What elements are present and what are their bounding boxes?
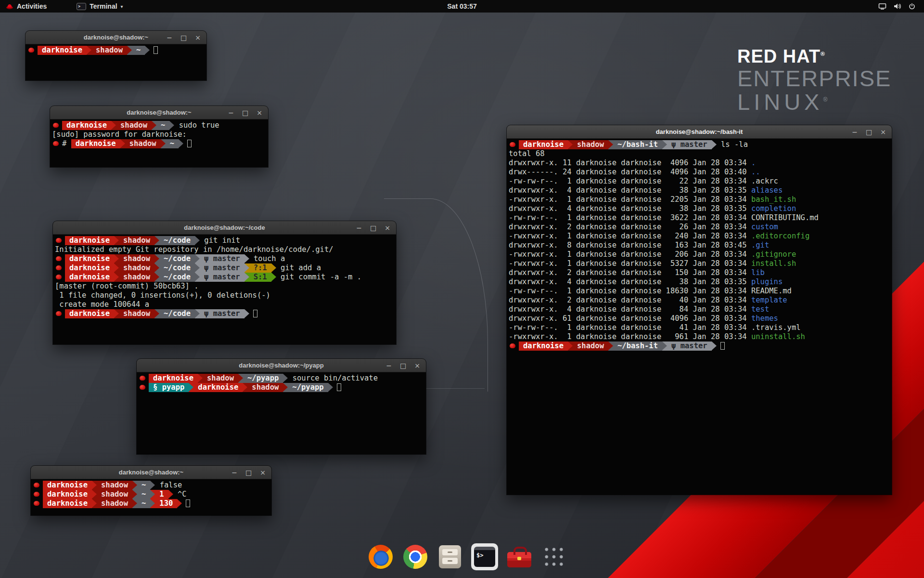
terminal-text: ls -la [717,140,748,149]
powerline-arrow-icon [132,481,137,490]
window-titlebar[interactable]: darknoise@shadow:~/bash-it − □ × [507,125,892,139]
dock-terminal[interactable]: $> [471,543,498,570]
powerline-arrow-icon [177,499,182,508]
maximize-button[interactable]: □ [180,34,187,41]
redhat-prompt-icon [34,483,39,487]
dock-chrome[interactable] [402,543,429,570]
window-titlebar[interactable]: darknoise@shadow:~ − □ × [26,31,206,44]
clock[interactable]: Sat 03:57 [447,2,476,10]
executable-name: .gitignore [751,250,796,259]
window-controls: − □ × [231,466,266,479]
prompt-segment-user: darknoise [65,254,114,263]
prompt-segment-user: darknoise [193,383,243,392]
close-button[interactable]: × [257,109,262,116]
maximize-button[interactable]: □ [866,129,872,135]
redhat-prompt-icon [53,123,59,128]
close-button[interactable]: × [195,34,201,41]
powerline-arrow-icon [145,46,150,55]
dock-files[interactable] [436,543,463,570]
executable-name: bash_it.sh [751,195,796,204]
terminal-line: darknoiseshadow~/codemaster touch a [55,254,395,263]
powerline-arrow-icon [154,254,159,263]
terminal-text: -rw-rw-r--. 1 darknoise darknoise 18630 … [509,287,792,295]
terminal-line: total 68 [509,149,890,158]
terminal-line: drwxrwxr-x. 11 darknoise darknoise 4096 … [509,158,890,168]
powerline-arrow-icon [568,342,573,351]
powerline-arrow-icon [154,263,159,273]
minimize-button[interactable]: − [386,362,392,369]
prompt-segment-user: darknoise [43,481,92,490]
terminal-line: darknoiseshadow~1 ^C [33,490,270,499]
minimize-button[interactable]: − [356,224,362,231]
close-button[interactable]: × [880,129,886,135]
prompt-segment-host: shadow [119,254,154,263]
app-menu-terminal[interactable]: > Terminal ▾ [71,0,128,13]
window-titlebar[interactable]: darknoise@shadow:~ − □ × [50,106,268,119]
terminal-line: drwxrwxr-x. 8 darknoise darknoise 163 Ja… [509,241,890,250]
terminal-cursor [720,342,725,350]
prompt-segment-host: shadow [97,499,132,508]
prompt-segment-host: shadow [119,263,154,273]
powerline-arrow-icon [712,140,717,149]
prompt-segment-user: darknoise [71,139,120,148]
terminal-window-home-1: darknoise@shadow:~ − □ × darknoiseshadow… [26,31,206,80]
prompt-segment-host: shadow [116,121,152,130]
powerline-arrow-icon [87,46,91,55]
prompt-segment-host: shadow [573,342,608,351]
maximize-button[interactable]: □ [400,362,406,369]
maximize-button[interactable]: □ [242,109,248,116]
close-button[interactable]: × [385,224,390,231]
minimize-button[interactable]: − [231,469,237,476]
app-menu-label: Terminal [90,2,117,10]
minimize-button[interactable]: − [167,34,172,41]
window-titlebar[interactable]: darknoise@shadow:~ − □ × [31,466,271,479]
terminal-text: drwxrwxr-x. 2 darknoise darknoise 26 Jan… [509,223,751,231]
terminal-content[interactable]: darknoiseshadow~ [26,44,206,55]
power-icon[interactable] [909,3,915,10]
prompt-segment-host: shadow [247,383,283,392]
redhat-prompt-icon [34,492,39,497]
rhel-logo-enterprise: ENTERPRISE [737,66,891,90]
terminal-window-pyapp: darknoise@shadow:~/pyapp − □ × darknoise… [137,359,426,454]
prompt-segment-path: ~ [132,46,145,55]
terminal-cursor [186,499,190,507]
window-titlebar[interactable]: darknoise@shadow:~/code − □ × [53,221,396,235]
activities-button[interactable]: Activities [0,0,52,13]
window-titlebar[interactable]: darknoise@shadow:~/pyapp − □ × [137,359,426,372]
display-icon[interactable] [878,3,886,10]
prompt-segment-path: ~/pyapp [288,383,328,392]
dock-toolbox[interactable] [506,543,533,570]
terminal-line: darknoiseshadow~/code git init [55,236,395,245]
powerline-arrow-icon [568,140,573,149]
terminal-content[interactable]: darknoiseshadow~/bash-itmaster ls -latot… [507,139,892,351]
terminal-text: false [155,481,182,489]
close-button[interactable]: × [260,469,266,476]
minimize-button[interactable]: − [228,109,234,116]
minimize-button[interactable]: − [852,129,858,135]
terminal-text: -rwxrwxr-x. 1 darknoise darknoise 5327 J… [509,259,751,268]
terminal-content[interactable]: darknoiseshadow~ falsedarknoiseshadow~1 … [31,479,271,508]
powerline-arrow-icon [168,490,173,499]
prompt-segment-path: ~/code [159,254,195,263]
toolbox-icon [507,552,531,567]
close-button[interactable]: × [414,362,420,369]
terminal-cursor [187,140,192,147]
terminal-text: drwxrwxr-x. 4 darknoise darknoise 38 Jan… [509,277,751,286]
dock-firefox[interactable] [367,543,394,570]
powerline-arrow-icon [283,374,288,383]
dock-app-grid[interactable] [540,543,567,570]
maximize-button[interactable]: □ [245,469,252,476]
terminal-line: darknoiseshadow~ sudo true [52,121,267,130]
prompt-segment-host: shadow [125,139,161,148]
terminal-content[interactable]: darknoiseshadow~/pyapp source bin/activa… [137,372,426,392]
terminal-content[interactable]: darknoiseshadow~ sudo true[sudo] passwor… [50,119,268,148]
powerline-arrow-icon [114,236,119,245]
directory-name: test [751,305,769,314]
terminal-line: darknoiseshadow~130 [33,499,270,508]
volume-icon[interactable] [894,3,901,10]
prompt-segment-user: darknoise [65,273,114,282]
terminal-content[interactable]: darknoiseshadow~/code git initInitialize… [53,235,396,318]
terminal-line: -rw-rw-r--. 1 darknoise darknoise 3622 J… [509,213,890,223]
maximize-button[interactable]: □ [370,224,376,231]
prompt-segment-host: shadow [203,374,238,383]
